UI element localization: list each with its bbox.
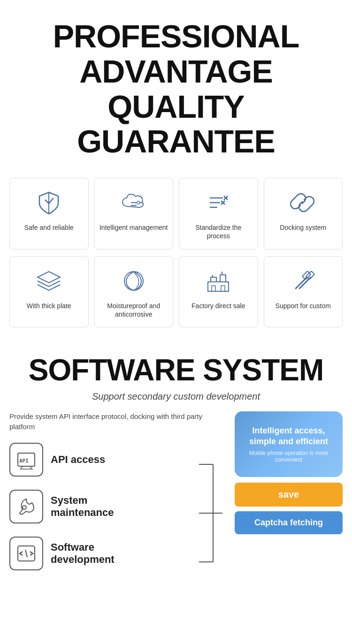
code-icon [9, 537, 43, 570]
software-item-label-dev: Softwaredevelopment [51, 541, 115, 566]
svg-point-12 [124, 272, 143, 290]
svg-marker-11 [38, 272, 60, 283]
software-desc: Provide system API interface protocol, d… [9, 411, 225, 432]
maintenance-icon [9, 490, 43, 523]
cloud-settings-icon [119, 188, 149, 218]
software-item-label-api: API access [51, 454, 105, 466]
software-subtitle: Support secondary custom development [9, 391, 343, 402]
api-icon: API [9, 443, 43, 477]
feature-label-moisture: Moistureproof and anticorrosive [99, 302, 168, 318]
feature-label-custom: Support for custom [275, 302, 331, 310]
items-with-bracket: API API access [9, 443, 225, 583]
feature-label-standardize: Standardize the process [184, 223, 253, 240]
main-title: PROFESSIONAL ADVANTAGE QUALITY GUARANTEE [9, 19, 343, 159]
svg-text:API: API [19, 458, 29, 464]
feature-card-intelligent: Intelligent management [94, 178, 174, 249]
software-content: Provide system API interface protocol, d… [9, 411, 343, 583]
shield-icon [34, 188, 64, 218]
header-section: PROFESSIONAL ADVANTAGE QUALITY GUARANTEE [0, 0, 352, 173]
software-item-api: API API access [9, 443, 194, 477]
layers-icon [34, 266, 64, 296]
software-left: Provide system API interface protocol, d… [9, 411, 225, 583]
svg-rect-13 [208, 282, 229, 291]
svg-rect-15 [220, 275, 226, 282]
software-section: SOFTWARE SYSTEM Support secondary custom… [0, 339, 352, 593]
svg-point-2 [137, 201, 140, 204]
feature-card-moisture: Moistureproof and anticorrosive [94, 256, 174, 327]
svg-line-31 [25, 550, 27, 557]
phone-mockup-title: Intelligent access, simple and efficient [242, 425, 335, 447]
svg-rect-18 [212, 286, 215, 291]
software-title: SOFTWARE SYSTEM [9, 353, 343, 387]
feature-label-docking: Docking system [280, 223, 326, 232]
feature-card-factory: Factory direct sale [179, 256, 258, 327]
feature-label-intelligent: Intelligent management [99, 223, 168, 232]
features-section: Safe and reliable Intelligent management [0, 173, 352, 339]
process-icon [203, 188, 233, 218]
feature-card-docking: Docking system [264, 178, 343, 249]
feature-label-factory: Factory direct sale [191, 302, 245, 310]
software-item-label-maintenance: Systemmaintenance [51, 494, 114, 519]
factory-icon [203, 266, 233, 296]
save-button[interactable]: save [235, 483, 343, 507]
items-col: API API access [9, 443, 194, 583]
phone-mockup: Intelligent access, simple and efficient… [235, 411, 343, 477]
phone-mockup-subtitle: Mobile phone operation is more convenien… [242, 450, 335, 463]
feature-label-safe: Safe and reliable [24, 223, 74, 232]
tools-icon [288, 266, 318, 296]
feature-card-thick: With thick plate [9, 256, 89, 327]
features-row-1: Safe and reliable Intelligent management [9, 178, 343, 249]
feature-card-custom: Support for custom [264, 256, 343, 327]
software-right: Intelligent access, simple and efficient… [235, 411, 343, 534]
svg-rect-14 [211, 277, 216, 282]
leaf-icon [119, 266, 149, 296]
software-item-maintenance: Systemmaintenance [9, 490, 194, 523]
software-item-dev: Softwaredevelopment [9, 537, 194, 570]
link-icon [288, 188, 318, 218]
feature-card-standardize: Standardize the process [179, 178, 258, 249]
features-row-2: With thick plate Moistureproof and antic… [9, 256, 343, 327]
svg-point-29 [23, 506, 26, 509]
feature-card-safe: Safe and reliable [9, 178, 89, 249]
svg-rect-19 [221, 286, 225, 291]
feature-label-thick: With thick plate [27, 302, 71, 310]
captcha-button[interactable]: Captcha fetching [235, 511, 343, 534]
